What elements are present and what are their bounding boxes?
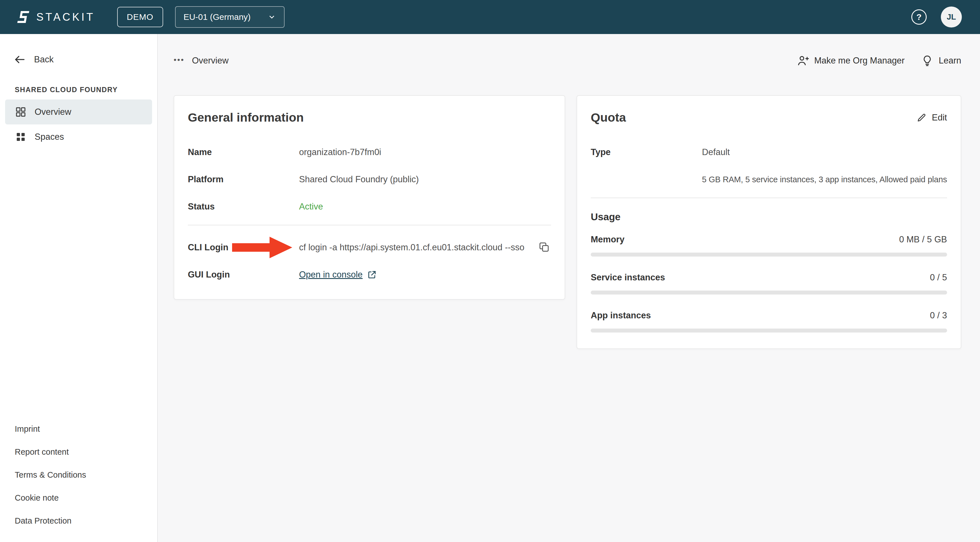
sidebar: Back SHARED CLOUD FOUNDRY Overview <box>0 34 158 542</box>
memory-value: 0 MB / 5 GB <box>899 235 947 245</box>
platform-value: Shared Cloud Foundry (public) <box>299 174 419 185</box>
quota-type-row: Type Default <box>591 143 947 161</box>
app-instances-label: App instances <box>591 311 651 321</box>
external-link-icon <box>367 270 377 279</box>
sidebar-item-label: Spaces <box>35 132 64 142</box>
stackit-logo-icon <box>14 10 32 24</box>
brand-name: STACKIT <box>36 11 95 23</box>
usage-service-instances: Service instances 0 / 5 <box>591 273 947 295</box>
copy-icon <box>539 241 550 253</box>
lightbulb-icon <box>921 54 934 67</box>
demo-button[interactable]: DEMO <box>117 7 163 27</box>
quota-type-label: Type <box>591 147 702 157</box>
quota-header: Quota Edit <box>591 111 947 124</box>
usage-title: Usage <box>591 211 947 222</box>
quota-details-row: 5 GB RAM, 5 service instances, 3 app ins… <box>591 170 947 189</box>
sidebar-item-label: Overview <box>35 107 71 117</box>
back-label: Back <box>34 54 54 65</box>
breadcrumb[interactable]: ••• Overview <box>173 55 229 66</box>
cli-command-wrap: cf login -a https://api.system.01.cf.eu0… <box>299 240 551 255</box>
cli-login-label: CLI Login <box>188 242 299 253</box>
page-header: ••• Overview Make me Org Manager <box>173 54 961 68</box>
name-row: Name organization-7b7fm0i <box>188 143 551 161</box>
person-plus-icon <box>797 54 809 67</box>
footer-link-imprint[interactable]: Imprint <box>15 424 86 434</box>
memory-progress-bar <box>591 253 947 257</box>
sidebar-item-spaces[interactable]: Spaces <box>5 124 152 149</box>
sidebar-footer: Imprint Report content Terms & Condition… <box>15 424 86 526</box>
open-in-console-label: Open in console <box>299 269 363 280</box>
service-instances-progress-bar <box>591 290 947 295</box>
region-label: EU-01 (Germany) <box>184 12 251 22</box>
card-divider <box>188 225 551 225</box>
quota-details-value: 5 GB RAM, 5 service instances, 3 app ins… <box>702 175 947 184</box>
help-button[interactable]: ? <box>912 10 927 25</box>
main-content: ••• Overview Make me Org Manager <box>158 34 980 542</box>
platform-row: Platform Shared Cloud Foundry (public) <box>188 170 551 189</box>
pencil-icon <box>916 113 927 123</box>
footer-link-report-content[interactable]: Report content <box>15 447 86 457</box>
cli-command: cf login -a https://api.system.01.cf.eu0… <box>299 242 524 253</box>
quota-card: Quota Edit Type Default 5 GB RAM, 5 serv… <box>576 95 961 349</box>
breadcrumb-label: Overview <box>192 55 228 66</box>
chevron-down-icon <box>267 13 276 21</box>
make-me-org-manager-button[interactable]: Make me Org Manager <box>797 54 905 67</box>
help-icon: ? <box>916 12 921 22</box>
general-information-card: General information Name organization-7b… <box>173 95 565 300</box>
quota-type-value: Default <box>702 147 730 157</box>
status-value: Active <box>299 201 323 212</box>
name-value: organization-7b7fm0i <box>299 147 381 157</box>
spaces-grid-icon <box>15 131 27 143</box>
gui-login-row: GUI Login Open in console <box>188 266 551 284</box>
topbar-right: ? JL <box>912 6 962 27</box>
gui-login-label: GUI Login <box>188 269 299 280</box>
avatar[interactable]: JL <box>941 6 962 27</box>
footer-link-cookie-note[interactable]: Cookie note <box>15 493 86 502</box>
app-instances-progress-bar <box>591 328 947 333</box>
region-selector[interactable]: EU-01 (Germany) <box>175 6 285 28</box>
platform-label: Platform <box>188 174 299 185</box>
usage-memory: Memory 0 MB / 5 GB <box>591 235 947 257</box>
cards-row: General information Name organization-7b… <box>173 95 961 349</box>
sidebar-nav: Overview Spaces <box>0 100 157 149</box>
memory-label: Memory <box>591 235 625 245</box>
quota-title: Quota <box>591 111 626 124</box>
sidebar-section-title: SHARED CLOUD FOUNDRY <box>15 86 157 94</box>
header-actions: Make me Org Manager Learn <box>797 54 961 67</box>
back-button[interactable]: Back <box>14 53 157 66</box>
topbar: STACKIT DEMO EU-01 (Germany) ? JL <box>0 0 980 34</box>
general-info-title: General information <box>188 111 551 124</box>
app-instances-value: 0 / 3 <box>930 311 947 321</box>
learn-button[interactable]: Learn <box>921 54 961 67</box>
edit-label: Edit <box>932 113 947 123</box>
usage-app-instances: App instances 0 / 3 <box>591 311 947 333</box>
edit-quota-button[interactable]: Edit <box>916 113 947 123</box>
name-label: Name <box>188 147 299 157</box>
footer-link-data-protection[interactable]: Data Protection <box>15 516 86 526</box>
footer-link-terms[interactable]: Terms & Conditions <box>15 470 86 480</box>
org-manager-label: Make me Org Manager <box>814 55 905 66</box>
arrow-left-icon <box>14 53 26 66</box>
status-row: Status Active <box>188 198 551 216</box>
card-divider <box>591 198 947 198</box>
topbar-left: STACKIT DEMO EU-01 (Germany) <box>16 6 285 28</box>
copy-button[interactable] <box>538 240 551 255</box>
sidebar-item-overview[interactable]: Overview <box>5 100 152 124</box>
stackit-logo[interactable]: STACKIT <box>16 10 95 24</box>
breadcrumb-menu-icon[interactable]: ••• <box>173 55 185 64</box>
dashboard-grid-icon <box>15 106 27 118</box>
status-label: Status <box>188 201 299 212</box>
cli-login-row: CLI Login cf login -a https://api.system… <box>188 238 551 257</box>
learn-label: Learn <box>939 55 961 66</box>
open-in-console-link[interactable]: Open in console <box>299 269 377 280</box>
service-instances-value: 0 / 5 <box>930 273 947 283</box>
service-instances-label: Service instances <box>591 273 665 283</box>
